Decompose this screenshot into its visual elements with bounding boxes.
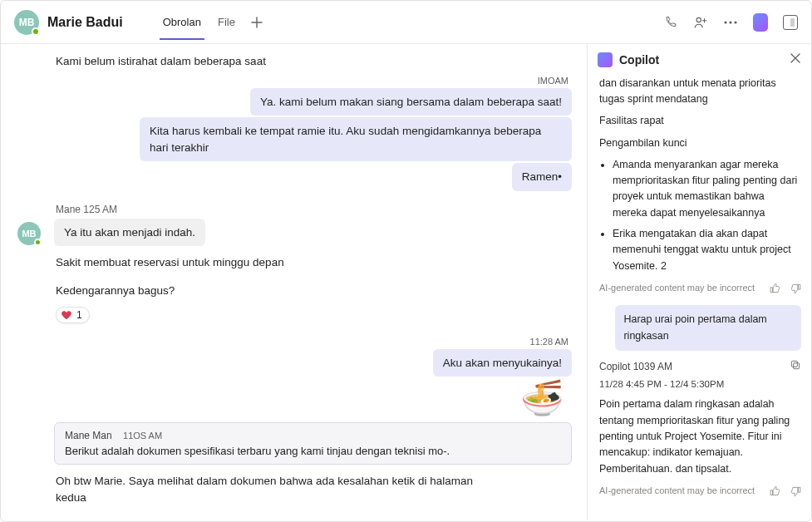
phone-icon [664, 16, 677, 29]
add-tab-button[interactable] [245, 11, 268, 34]
thumbs-down-icon[interactable] [790, 485, 801, 497]
tab-chat[interactable]: Obrolan [156, 4, 208, 40]
svg-point-2 [729, 21, 731, 23]
svg-point-3 [734, 21, 736, 23]
copy-button[interactable] [790, 359, 801, 376]
quoted-message[interactable]: Mane Man 11OS AM Berikut adalah dokumen … [54, 422, 572, 465]
message-received[interactable]: Sakit membuat reservasi untuk minggu dep… [54, 251, 286, 274]
panel-toggle[interactable] [783, 15, 798, 30]
copilot-icon [598, 52, 613, 67]
call-button[interactable] [663, 15, 678, 30]
chat-header: MB Marie Badui Obrolan File [1, 1, 811, 44]
copilot-panel: Copilot dan disarankan untuk menata prio… [587, 44, 811, 520]
copilot-scroll-area[interactable]: dan disarankan untuk menata prioritas tu… [588, 76, 811, 520]
message-text: Kami belum istirahat dalam beberapa saat [54, 50, 268, 73]
timestamp: 11:28 AM [54, 337, 568, 347]
copilot-answer-header: Copilot 1039 AM [599, 359, 801, 376]
header-actions [663, 15, 798, 30]
ai-disclaimer: AI-generated content may be incorrect [599, 281, 801, 295]
copy-icon [790, 359, 801, 371]
emoji-message[interactable]: 🍜 [54, 381, 563, 416]
timestamp: IMOAM [54, 76, 568, 86]
message-group-other: MB Mane 125 AM Ya itu akan menjadi indah… [54, 202, 572, 325]
more-button[interactable] [723, 15, 738, 30]
avatar[interactable]: MB [17, 222, 41, 245]
sender-timestamp: Mane 125 AM [56, 204, 572, 215]
message-sent[interactable]: Ramen• [512, 163, 572, 191]
reaction-count: 1 [76, 309, 82, 321]
svg-point-0 [696, 17, 701, 22]
list-item: Erika mengatakan dia akan dapat memenuhi… [613, 226, 801, 274]
reaction-chip[interactable]: 1 [56, 307, 90, 323]
copilot-section-heading: Pengambilan kunci [599, 135, 801, 151]
thumbs-up-icon[interactable] [770, 283, 781, 294]
message-sent[interactable]: Ya. kami belum makan siang bersama dalam… [250, 88, 572, 116]
quoted-timestamp: 11OS AM [123, 431, 162, 441]
quoted-sender: Mane Man [65, 430, 112, 441]
svg-rect-4 [794, 363, 800, 369]
copilot-summary-line: Fasilitas rapat [599, 113, 801, 129]
add-people-button[interactable] [693, 15, 708, 30]
copilot-header: Copilot [588, 44, 811, 76]
avatar[interactable]: MB [14, 10, 39, 35]
copilot-summary-line: dan disarankan untuk menata prioritas tu… [599, 76, 801, 108]
heart-icon [61, 309, 72, 321]
copilot-answer-body: Poin pertama dalam ringkasan adalah tent… [599, 396, 801, 477]
message-sent[interactable]: Kita harus kembali ke tempat ramie itu. … [140, 117, 572, 161]
chat-scroll-area[interactable]: Kami belum istirahat dalam beberapa saat… [1, 44, 587, 520]
plus-icon [251, 17, 263, 28]
ai-disclaimer: AI-generated content may be incorrect [599, 484, 801, 498]
message-text: Oh btw Marie. Saya melihat dalam dokumen… [54, 470, 486, 509]
copilot-toggle[interactable] [753, 15, 768, 30]
close-icon [790, 52, 801, 64]
copilot-user-prompt[interactable]: Harap urai poin pertama dalam ringkasan [615, 305, 801, 351]
more-icon [724, 21, 737, 24]
svg-rect-5 [791, 361, 797, 367]
svg-point-1 [724, 21, 726, 23]
quoted-header: Mane Man 11OS AM [65, 430, 561, 441]
people-add-icon [693, 15, 708, 30]
thumbs-down-icon[interactable] [790, 283, 801, 294]
message-received[interactable]: Ya itu akan menjadi indah. [54, 219, 205, 247]
copilot-key-list: Amanda menyarankan agar mereka mempriori… [599, 157, 801, 275]
message-sent[interactable]: Aku akan menyukainya! [433, 349, 572, 377]
copilot-date-range: 11/28 4:45 PM - 12/4 5:30PM [599, 377, 801, 392]
thumbs-up-icon[interactable] [770, 485, 781, 497]
tab-file[interactable]: File [211, 4, 242, 40]
message-received[interactable]: Kedengarannya bagus? [54, 279, 176, 303]
tabs: Obrolan File [156, 4, 268, 40]
presence-indicator [32, 27, 40, 36]
list-item: Amanda menyarankan agar mereka mempriori… [613, 157, 801, 222]
panel-icon [783, 15, 798, 30]
quoted-body: Berikut adalah dokumen spesifikasi terba… [65, 445, 561, 457]
copilot-icon [753, 13, 768, 32]
presence-indicator [34, 239, 42, 246]
avatar-initials: MB [19, 17, 35, 28]
copilot-title: Copilot [619, 53, 659, 66]
close-button[interactable] [790, 52, 801, 67]
chat-title: Marie Badui [47, 15, 123, 30]
